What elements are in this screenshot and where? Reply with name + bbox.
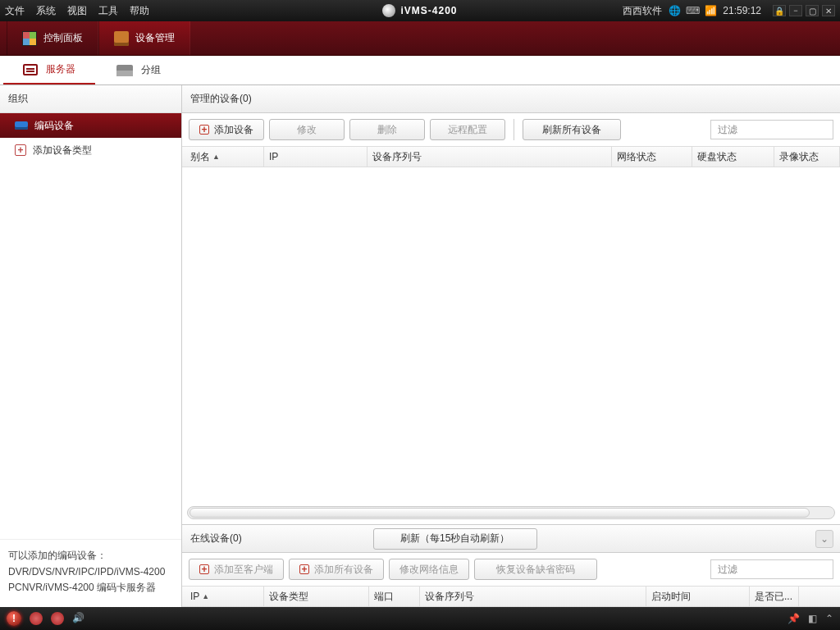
sort-asc-icon: ▲ [202, 592, 209, 600]
tab-device-management[interactable]: 设备管理 [98, 21, 190, 55]
tree-item-label: 添加设备类型 [33, 144, 92, 158]
keyboard-icon[interactable]: ⌨ [687, 5, 698, 16]
managed-grid-header: 别名▲ IP 设备序列号 网络状态 硬盘状态 录像状态 [182, 146, 840, 167]
online-toolbar: +添加至客户端 +添加所有设备 修改网络信息 恢复设备缺省密码 过滤 [182, 553, 840, 586]
sidebar-header: 组织 [0, 85, 181, 113]
col-start-time[interactable]: 启动时间 [646, 587, 750, 606]
module-tab-bar: 控制面板 设备管理 [0, 21, 840, 56]
title-bar: 文件 系统 视图 工具 帮助 iVMS-4200 西西软件 🌐 ⌨ 📶 21:5… [0, 0, 840, 21]
sidebar-footer-line: DVR/DVS/NVR/IPC/IPD/iVMS-4200 [8, 564, 173, 580]
server-icon [23, 64, 38, 75]
online-header: 在线设备(0) 刷新（每15秒自动刷新） ⌄ [182, 525, 840, 553]
sidebar-footer: 可以添加的编码设备： DVR/DVS/NVR/IPC/IPD/iVMS-4200… [0, 539, 181, 607]
menu-view[interactable]: 视图 [67, 4, 87, 18]
col-network-status[interactable]: 网络状态 [612, 147, 692, 167]
col-serial[interactable]: 设备序列号 [368, 147, 612, 167]
clock: 21:59:12 [723, 5, 761, 16]
online-panel: 在线设备(0) 刷新（每15秒自动刷新） ⌄ +添加至客户端 +添加所有设备 修… [182, 524, 840, 607]
plus-icon: + [299, 564, 309, 574]
control-panel-icon [22, 31, 37, 46]
device-mgmt-icon [114, 31, 129, 46]
sidebar: 组织 编码设备 + 添加设备类型 可以添加的编码设备： DVR/DVS/NVR/… [0, 85, 182, 607]
plus-icon: + [199, 125, 209, 135]
status-icon-2[interactable] [51, 612, 64, 625]
pin-icon[interactable]: 📌 [788, 613, 800, 624]
subtab-group-label: 分组 [141, 63, 161, 77]
menu-system[interactable]: 系统 [36, 4, 56, 18]
globe-icon[interactable]: 🌐 [669, 5, 680, 16]
plus-icon: + [15, 144, 26, 156]
status-icon-1[interactable] [30, 612, 43, 625]
tab-device-mgmt-label: 设备管理 [135, 31, 175, 45]
menu-file[interactable]: 文件 [5, 4, 25, 18]
sort-asc-icon: ▲ [212, 153, 220, 161]
expand-up-icon[interactable]: ⌃ [825, 613, 833, 624]
scrollbar-thumb[interactable] [189, 508, 810, 518]
col-hdd-status[interactable]: 硬盘状态 [692, 147, 774, 167]
lock-button[interactable]: 🔒 [773, 5, 786, 16]
managed-toolbar: +添加设备 修改 删除 远程配置 刷新所有设备 过滤 [182, 113, 840, 146]
online-header-label: 在线设备(0) [190, 532, 242, 546]
minimize-button[interactable]: － [789, 5, 802, 16]
menu-help[interactable]: 帮助 [130, 4, 149, 18]
add-all-devices-button[interactable]: +添加所有设备 [289, 559, 384, 580]
managed-header: 管理的设备(0) [182, 85, 840, 113]
col-port[interactable]: 端口 [369, 587, 420, 606]
edit-button[interactable]: 修改 [269, 119, 345, 140]
delete-button[interactable]: 删除 [349, 119, 425, 140]
add-to-client-button[interactable]: +添加至客户端 [189, 559, 284, 580]
modify-netinfo-button[interactable]: 修改网络信息 [389, 559, 469, 580]
encoding-device-icon [15, 121, 28, 130]
restore-password-button[interactable]: 恢复设备缺省密码 [474, 559, 597, 580]
online-filter-input[interactable]: 过滤 [710, 559, 833, 579]
menu-bar: 文件 系统 视图 工具 帮助 [5, 4, 149, 18]
tab-control-panel-label: 控制面板 [43, 31, 83, 45]
plus-icon: + [199, 564, 209, 574]
col-ip[interactable]: IP [264, 147, 368, 167]
refresh-all-button[interactable]: 刷新所有设备 [523, 119, 621, 140]
sidebar-footer-title: 可以添加的编码设备： [8, 548, 173, 564]
col-alias[interactable]: 别名▲ [185, 147, 264, 167]
subtab-group[interactable]: 分组 [97, 56, 180, 84]
collapse-panel-button[interactable]: ⌄ [815, 530, 833, 548]
status-icon-3[interactable]: 🔊 [72, 612, 85, 625]
sidebar-tree: 编码设备 + 添加设备类型 [0, 113, 181, 539]
app-title-text: iVMS-4200 [400, 5, 457, 16]
tree-item-add-device-type[interactable]: + 添加设备类型 [0, 138, 181, 162]
status-bar: ! 🔊 📌 ◧ ⌃ [0, 607, 840, 630]
col-record-status[interactable]: 录像状态 [774, 147, 840, 167]
remote-config-button[interactable]: 远程配置 [430, 119, 505, 140]
managed-filter-input[interactable]: 过滤 [710, 120, 833, 139]
col-online-serial[interactable]: 设备序列号 [420, 587, 646, 606]
tab-control-panel[interactable]: 控制面板 [7, 21, 98, 55]
maximize-button[interactable]: ▢ [806, 5, 819, 16]
alarm-icon[interactable]: ! [7, 611, 21, 626]
folder-icon [116, 65, 133, 76]
managed-grid-body [182, 167, 840, 524]
content-area: 管理的设备(0) +添加设备 修改 删除 远程配置 刷新所有设备 过滤 别名▲ … [182, 85, 840, 607]
vendor-label: 西西软件 [623, 4, 662, 18]
subtab-server-label: 服务器 [46, 62, 75, 76]
close-button[interactable]: ✕ [822, 5, 835, 16]
col-device-type[interactable]: 设备类型 [264, 587, 369, 606]
toolbar-separator [514, 119, 514, 140]
refresh-online-button[interactable]: 刷新（每15秒自动刷新） [373, 528, 537, 550]
subtab-server[interactable]: 服务器 [3, 56, 95, 84]
online-grid-header: IP▲ 设备类型 端口 设备序列号 启动时间 是否已... [182, 586, 840, 607]
sidebar-footer-line: PCNVR/iVMS-4200 编码卡服务器 [8, 580, 173, 596]
main-area: 组织 编码设备 + 添加设备类型 可以添加的编码设备： DVR/DVS/NVR/… [0, 85, 840, 607]
col-online-ip[interactable]: IP▲ [185, 587, 264, 606]
app-logo-icon [382, 4, 395, 17]
horizontal-scrollbar[interactable] [187, 506, 835, 519]
tree-item-encoding-device[interactable]: 编码设备 [0, 113, 181, 138]
col-added[interactable]: 是否已... [750, 587, 799, 606]
add-device-button[interactable]: +添加设备 [189, 119, 264, 140]
network-icon[interactable]: 📶 [705, 5, 716, 16]
tree-item-label: 编码设备 [34, 119, 74, 133]
sub-tab-bar: 服务器 分组 [0, 56, 840, 85]
tray-icon[interactable]: ◧ [808, 613, 817, 624]
menu-tools[interactable]: 工具 [98, 4, 118, 18]
